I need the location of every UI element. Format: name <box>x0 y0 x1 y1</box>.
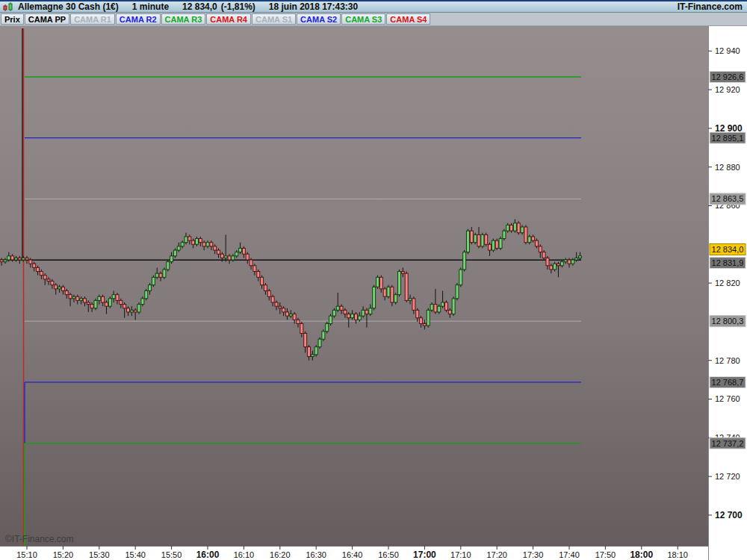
level-label-cama-s2: 12 768,7 <box>710 376 746 388</box>
level-label-cama-pp: 12 831,9 <box>710 258 746 269</box>
candle <box>329 314 332 326</box>
candle <box>427 308 430 328</box>
time-tick-label: 17:20 <box>486 550 507 559</box>
tab-cama-s3[interactable]: CAMA S3 <box>341 13 385 25</box>
price-tick-label: 12 760 <box>715 394 740 403</box>
level-label-cama-s3: 12 737,2 <box>710 438 746 449</box>
candle <box>452 296 455 316</box>
price-tick-label: 12 820 <box>715 279 740 287</box>
header-datetime: 18 juin 2018 17:43:30 <box>269 1 358 12</box>
time-tick-label: 16:10 <box>234 550 255 559</box>
svg-text:12 834,0: 12 834,0 <box>712 245 744 254</box>
tab-cama-r4[interactable]: CAMA R4 <box>206 13 251 25</box>
header-last-price: 12 834,0 <box>182 1 217 12</box>
level-label-cama-s1: 12 800,3 <box>710 316 746 327</box>
svg-text:12 737,2: 12 737,2 <box>712 439 744 448</box>
time-tick-label: 15:10 <box>16 550 37 559</box>
candle <box>459 267 462 287</box>
time-tick-label: 18:10 <box>667 550 688 559</box>
time-tick-label: 17:30 <box>523 550 544 559</box>
candle <box>405 272 408 302</box>
candle <box>145 289 148 301</box>
time-tick-label: 16:50 <box>378 550 399 559</box>
watermark: ©IT-Finance.com <box>5 534 74 544</box>
candle <box>314 345 317 357</box>
candle <box>492 239 495 252</box>
candle <box>152 276 155 287</box>
candle <box>137 302 140 314</box>
time-tick-label: 18:00 <box>630 550 653 560</box>
header-price-change: (-1,81%) <box>221 1 255 12</box>
candle <box>108 296 111 308</box>
candle <box>466 229 469 255</box>
price-chart[interactable]: ©IT-Finance.com12 94012 92012 90012 8801… <box>0 26 747 560</box>
candle <box>499 237 502 250</box>
time-tick-label: 15:20 <box>53 550 74 559</box>
price-tick-label: 12 920 <box>715 85 740 94</box>
candle <box>387 285 390 299</box>
time-tick-label: 15:50 <box>161 550 182 559</box>
plot-background[interactable] <box>0 26 708 546</box>
candle <box>463 250 466 271</box>
price-tick-label: 12 940 <box>715 46 740 55</box>
candle <box>167 260 170 272</box>
brand-label: IT-Finance.com <box>678 1 743 12</box>
candle <box>474 233 477 245</box>
time-tick-label: 15:30 <box>89 550 110 559</box>
chart-area: ©IT-Finance.com12 94012 92012 90012 8801… <box>0 26 747 560</box>
time-tick-label: 17:50 <box>595 550 616 559</box>
candle <box>394 293 397 305</box>
svg-text:12 926,6: 12 926,6 <box>712 72 744 81</box>
candle <box>495 239 498 251</box>
time-tick-label: 16:30 <box>306 550 326 559</box>
candle <box>163 267 166 279</box>
candle <box>373 285 376 311</box>
candle <box>481 233 484 249</box>
svg-text:12 768,7: 12 768,7 <box>712 378 744 387</box>
tab-cama-s4[interactable]: CAMA S4 <box>386 13 430 25</box>
tab-cama-r3[interactable]: CAMA R3 <box>161 13 206 25</box>
svg-text:12 831,9: 12 831,9 <box>712 258 744 267</box>
candle <box>524 225 527 244</box>
tab-cama-s2[interactable]: CAMA S2 <box>297 13 341 25</box>
price-tick-label: 12 880 <box>715 163 740 172</box>
candle <box>444 300 447 312</box>
tab-cama-s1[interactable]: CAMA S1 <box>252 13 296 25</box>
tab-cama-r1[interactable]: CAMA R1 <box>70 13 115 25</box>
instrument-name: Allemagne 30 Cash (1€) <box>18 1 119 12</box>
last-price-label: 12 834,0 <box>710 244 746 255</box>
tab-cama-pp[interactable]: CAMA PP <box>25 13 69 25</box>
time-tick-label: 17:00 <box>413 550 436 560</box>
title-bar: Allemagne 30 Cash (1€) 1 minute 12 834,0… <box>0 0 747 13</box>
candle <box>398 270 401 296</box>
price-tick-label: 12 700 <box>715 510 743 520</box>
time-tick-label: 17:40 <box>559 550 580 559</box>
price-tick-label: 12 780 <box>715 356 740 365</box>
price-tick-label: 12 720 <box>715 472 740 481</box>
candle <box>94 299 97 311</box>
level-label-cama-r2: 12 895,1 <box>710 132 746 143</box>
time-tick-label: 16:40 <box>342 550 363 559</box>
tab-prix[interactable]: Prix <box>1 13 24 25</box>
candle <box>503 229 506 241</box>
svg-text:12 863,5: 12 863,5 <box>712 194 744 203</box>
candle <box>322 329 325 341</box>
tab-cama-r2[interactable]: CAMA R2 <box>116 13 161 25</box>
level-label-cama-r1: 12 863,5 <box>710 193 746 205</box>
timeframe-label: 1 minute <box>132 1 169 12</box>
time-tick-label: 15:40 <box>125 550 146 559</box>
candle <box>456 283 459 300</box>
indicator-tabs: PrixCAMA PPCAMA R1CAMA R2CAMA R3CAMA R4C… <box>0 13 747 26</box>
candle <box>318 337 321 349</box>
candle <box>376 276 379 289</box>
svg-text:12 800,3: 12 800,3 <box>712 317 744 326</box>
svg-text:12 895,1: 12 895,1 <box>712 134 744 143</box>
candlestick-logo-icon <box>2 1 14 12</box>
candle <box>326 322 329 334</box>
candle <box>517 221 520 234</box>
candle <box>485 233 488 246</box>
time-tick-label: 16:00 <box>196 550 220 560</box>
time-tick-label: 17:10 <box>450 550 471 559</box>
time-tick-label: 16:20 <box>270 550 291 559</box>
level-label-cama-r3: 12 926,6 <box>710 72 746 83</box>
